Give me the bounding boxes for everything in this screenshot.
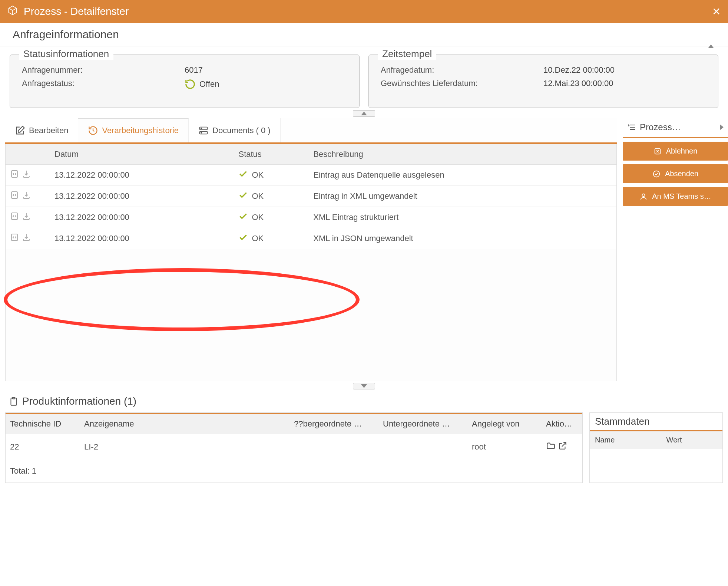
tab-edit[interactable]: Bearbeiten (5, 118, 78, 142)
code-file-icon[interactable] (10, 212, 19, 223)
cell-parent (289, 434, 378, 460)
master-data-title: Stammdaten (590, 413, 722, 431)
product-section-title: Produktinformationen (1) (22, 395, 136, 407)
svg-point-14 (653, 171, 660, 177)
request-date-value: 10.Dez.22 00:00:00 (543, 65, 706, 75)
download-icon[interactable] (22, 233, 31, 244)
svg-rect-5 (11, 192, 17, 198)
window-title: Prozess - Detailfenster (24, 6, 129, 17)
download-icon[interactable] (22, 191, 31, 202)
cell-tech-id: 22 (6, 434, 80, 460)
list-icon (627, 123, 636, 132)
cell-status: OK (234, 207, 309, 228)
send-button[interactable]: Absenden (623, 164, 728, 183)
col-md-value[interactable]: Wert (661, 431, 722, 449)
cell-name: LI-2 (80, 434, 289, 460)
cell-desc: XML in JSON umgewandelt (309, 228, 616, 249)
due-date-value: 12.Mai.23 00:00:00 (543, 79, 706, 88)
collapse-handle-top[interactable] (0, 110, 728, 117)
col-display-name[interactable]: Anzeigename (80, 414, 289, 434)
status-legend: Statusinformationen (19, 48, 113, 60)
request-number-label: Anfragenummer: (22, 65, 185, 75)
svg-rect-4 (11, 171, 17, 177)
request-status-value: Offen (185, 79, 347, 90)
col-tech-id[interactable]: Technische ID (6, 414, 80, 434)
master-data-panel: Stammdaten Name Wert (589, 412, 723, 483)
col-status[interactable]: Status (234, 144, 309, 165)
chevron-right-icon[interactable] (720, 122, 724, 132)
tab-history[interactable]: Verarbeitungshistorie (78, 118, 189, 142)
reject-icon (653, 147, 662, 155)
product-total: Total: 1 (6, 460, 582, 483)
due-date-label: Gewünschtes Lieferdatum: (381, 79, 543, 88)
timestamp-panel: Zeitstempel Anfragedatum: 10.Dez.22 00:0… (368, 55, 718, 108)
teams-label: An MS Teams s… (652, 192, 711, 201)
code-file-icon[interactable] (10, 233, 19, 244)
request-date-label: Anfragedatum: (381, 65, 543, 75)
cell-desc: XML Eintrag strukturiert (309, 207, 616, 228)
cell-date: 13.12.2022 00:00:00 (50, 228, 234, 249)
svg-point-2 (201, 128, 202, 129)
cell-date: 13.12.2022 00:00:00 (50, 165, 234, 186)
cell-status: OK (234, 165, 309, 186)
process-panel-title: Prozess… (640, 122, 681, 132)
external-link-icon[interactable] (558, 443, 567, 452)
tab-bar: Bearbeiten Verarbeitungshistorie Documen… (5, 118, 617, 144)
check-icon (238, 190, 248, 202)
cell-desc: Eintrag aus Datenquelle ausgelesen (309, 165, 616, 186)
close-button[interactable]: ✕ (712, 6, 721, 18)
product-table: Technische ID Anzeigename ??bergeordnete… (6, 413, 582, 460)
section-header[interactable]: Anfrageinformationen (0, 23, 728, 46)
col-md-name[interactable]: Name (590, 431, 661, 449)
history-status-icon (185, 79, 196, 90)
svg-rect-6 (11, 213, 17, 220)
code-file-icon[interactable] (10, 169, 19, 181)
status-text: Offen (199, 79, 219, 89)
cell-desc: Eintrag in XML umgewandelt (309, 186, 616, 207)
check-icon (238, 169, 248, 181)
check-circle-icon (652, 170, 661, 178)
request-status-label: Anfragestatus: (22, 79, 185, 90)
cube-icon (7, 5, 18, 18)
code-file-icon[interactable] (10, 191, 19, 202)
col-date[interactable]: Datum (50, 144, 234, 165)
history-table-container: Datum Status Beschreibung 13.12.2022 00:… (5, 144, 617, 381)
send-label: Absenden (665, 169, 698, 178)
table-row[interactable]: 13.12.2022 00:00:00 OKEintrag in XML umg… (6, 186, 616, 207)
check-icon (238, 233, 248, 244)
download-icon[interactable] (22, 212, 31, 223)
cell-child (378, 434, 467, 460)
svg-rect-7 (11, 234, 17, 241)
edit-icon (15, 125, 25, 136)
clipboard-icon (9, 396, 19, 406)
download-icon[interactable] (22, 169, 31, 181)
table-row[interactable]: 13.12.2022 00:00:00 OKXML Eintrag strukt… (6, 207, 616, 228)
col-desc[interactable]: Beschreibung (309, 144, 616, 165)
chevron-up-icon[interactable] (708, 32, 715, 37)
collapse-handle-bottom[interactable] (5, 383, 723, 389)
cell-status: OK (234, 186, 309, 207)
user-icon (639, 192, 648, 201)
col-parent[interactable]: ??bergeordnete … (289, 414, 378, 434)
tab-history-label: Verarbeitungshistorie (102, 126, 179, 135)
svg-point-3 (201, 132, 202, 133)
history-icon (88, 125, 98, 136)
tab-documents[interactable]: Documents ( 0 ) (189, 118, 281, 142)
process-panel-header[interactable]: Prozess… (623, 118, 728, 138)
title-bar: Prozess - Detailfenster ✕ (0, 0, 728, 23)
cell-date: 13.12.2022 00:00:00 (50, 186, 234, 207)
cell-date: 13.12.2022 00:00:00 (50, 207, 234, 228)
table-row[interactable]: 13.12.2022 00:00:00 OKXML in JSON umgewa… (6, 228, 616, 249)
status-info-panel: Statusinformationen Anfragenummer: 6017 … (10, 55, 360, 108)
teams-button[interactable]: An MS Teams s… (623, 187, 728, 206)
col-child[interactable]: Untergeordnete … (378, 414, 467, 434)
check-icon (238, 211, 248, 223)
timestamp-legend: Zeitstempel (378, 48, 436, 60)
open-folder-icon[interactable] (546, 443, 556, 452)
table-row[interactable]: 13.12.2022 00:00:00 OKEintrag aus Datenq… (6, 165, 616, 186)
col-actions[interactable]: Aktio… (542, 414, 582, 434)
cell-actions (542, 434, 582, 460)
reject-button[interactable]: Ablehnen (623, 142, 728, 161)
col-created-by[interactable]: Angelegt von (467, 414, 542, 434)
table-row[interactable]: 22LI-2root (6, 434, 582, 460)
